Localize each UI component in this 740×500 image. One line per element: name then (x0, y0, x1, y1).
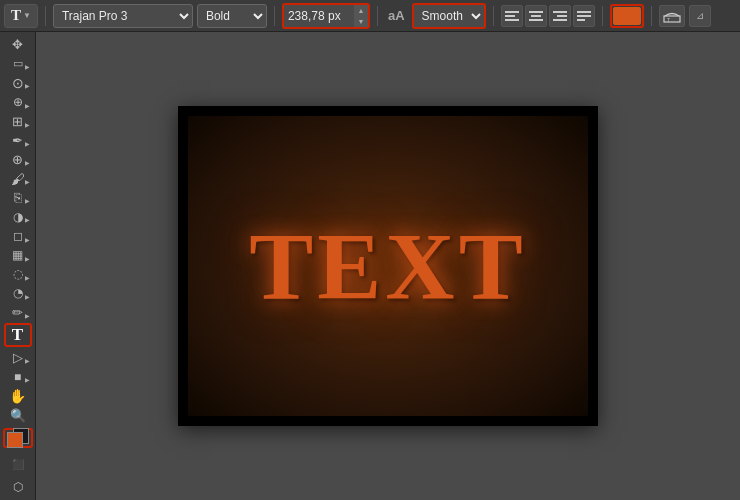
foreground-background-colors[interactable] (3, 428, 33, 448)
tool-eraser[interactable]: ◻ ▶ (4, 227, 32, 244)
canvas[interactable]: TEXT (178, 106, 598, 426)
font-size-arrows[interactable]: ▲ ▼ (354, 5, 368, 27)
svg-rect-2 (505, 19, 519, 21)
pen-arrow: ▶ (25, 312, 30, 319)
sep-6 (651, 6, 652, 26)
zoom-icon: 🔍 (10, 408, 26, 423)
lasso-icon: ⊙ (12, 75, 24, 91)
hand-icon: ✋ (9, 388, 26, 404)
crop-arrow: ▶ (25, 121, 30, 128)
eraser-arrow: ▶ (25, 236, 30, 243)
font-size-up-arrow[interactable]: ▲ (354, 5, 368, 16)
quick-select-icon: ⊕ (13, 95, 23, 109)
align-center-button[interactable] (525, 5, 547, 27)
svg-rect-11 (577, 19, 585, 21)
svg-rect-9 (577, 11, 591, 13)
tool-3d-view[interactable]: ⬛ (4, 456, 32, 473)
align-left-button[interactable] (501, 5, 523, 27)
shape-arrow: ▶ (25, 376, 30, 383)
font-family-select[interactable]: Trajan Pro 3 (53, 4, 193, 28)
svg-rect-0 (505, 11, 519, 13)
3d-icon: ⊿ (696, 10, 704, 21)
align-center-icon (529, 10, 543, 22)
text-color-swatch (613, 7, 641, 25)
align-justify-icon (577, 10, 591, 22)
tool-history-brush[interactable]: ◑ ▶ (4, 208, 32, 225)
blur-arrow: ▶ (25, 274, 30, 281)
tool-heal[interactable]: ⊕ ▶ (4, 151, 32, 168)
history-brush-arrow: ▶ (25, 216, 30, 223)
anti-alias-container: Smooth None Sharp Crisp Strong (412, 3, 486, 29)
tool-quick-select[interactable]: ⊕ ▶ (4, 93, 32, 110)
heal-icon: ⊕ (12, 152, 23, 167)
gradient-arrow: ▶ (25, 255, 30, 262)
pen-icon: ✏ (12, 305, 23, 320)
heal-arrow: ▶ (25, 159, 30, 166)
svg-text:T: T (667, 17, 670, 23)
font-style-select[interactable]: Bold (197, 4, 267, 28)
history-brush-icon: ◑ (13, 210, 23, 224)
type-tool-dropdown[interactable]: T ▼ (4, 4, 38, 28)
left-toolbar: ✥ ▭ ▶ ⊙ ▶ ⊕ ▶ ⊞ ▶ ✒ ▶ ⊕ ▶ 🖌 ▶ (0, 32, 36, 500)
shape-icon: ■ (14, 370, 21, 384)
marquee-icon: ▭ (13, 57, 23, 70)
font-size-down-arrow[interactable]: ▼ (354, 16, 368, 27)
tool-zoom[interactable]: 🔍 (4, 407, 32, 424)
tool-quick-mask[interactable]: ⬡ (4, 479, 32, 496)
gradient-icon: ▦ (12, 248, 23, 262)
sep-2 (274, 6, 275, 26)
clone-arrow: ▶ (25, 197, 30, 204)
anti-alias-select[interactable]: Smooth None Sharp Crisp Strong (414, 5, 484, 27)
tool-type[interactable]: T (4, 323, 32, 347)
marquee-arrow: ▶ (25, 63, 30, 70)
3d-view-icon: ⬛ (12, 459, 24, 470)
eyedropper-arrow: ▶ (25, 140, 30, 147)
dodge-arrow: ▶ (25, 293, 30, 300)
main-area: ✥ ▭ ▶ ⊙ ▶ ⊕ ▶ ⊞ ▶ ✒ ▶ ⊕ ▶ 🖌 ▶ (0, 32, 740, 500)
svg-rect-1 (505, 15, 515, 17)
font-size-container: ▲ ▼ (282, 3, 370, 29)
tool-lasso[interactable]: ⊙ ▶ (4, 74, 32, 91)
svg-rect-7 (557, 15, 567, 17)
tool-crop[interactable]: ⊞ ▶ (4, 113, 32, 130)
sep-1 (45, 6, 46, 26)
sep-4 (493, 6, 494, 26)
canvas-text-content: TEXT (249, 211, 526, 322)
tool-shape[interactable]: ■ ▶ (4, 368, 32, 385)
svg-rect-5 (529, 19, 543, 21)
svg-rect-10 (577, 15, 591, 17)
align-right-icon (553, 10, 567, 22)
align-right-button[interactable] (549, 5, 571, 27)
tool-blur[interactable]: ◌ ▶ (4, 266, 32, 283)
tool-path-select[interactable]: ▷ ▶ (4, 349, 32, 366)
sep-5 (602, 6, 603, 26)
text-color-container[interactable] (610, 4, 644, 28)
tool-pen[interactable]: ✏ ▶ (4, 304, 32, 321)
tool-hand[interactable]: ✋ (4, 387, 32, 404)
warp-text-button[interactable]: T (659, 5, 685, 27)
warp-text-icon: T (663, 9, 681, 23)
svg-rect-3 (529, 11, 543, 13)
tool-move[interactable]: ✥ (4, 36, 32, 53)
quick-mask-icon: ⬡ (13, 480, 23, 494)
blur-icon: ◌ (13, 267, 23, 281)
tool-eyedropper[interactable]: ✒ ▶ (4, 132, 32, 149)
dodge-icon: ◔ (13, 286, 23, 300)
canvas-area: TEXT (36, 32, 740, 500)
tool-clone[interactable]: ⎘ ▶ (4, 189, 32, 206)
eyedropper-icon: ✒ (12, 133, 23, 148)
type-icon: T (12, 325, 23, 345)
3d-options-button[interactable]: ⊿ (689, 5, 711, 27)
font-size-input[interactable] (284, 5, 354, 27)
type-tool-icon: T (11, 7, 21, 24)
brush-icon: 🖌 (11, 171, 25, 187)
align-justify-button[interactable] (573, 5, 595, 27)
sep-3 (377, 6, 378, 26)
tool-marquee[interactable]: ▭ ▶ (4, 55, 32, 72)
tool-gradient[interactable]: ▦ ▶ (4, 247, 32, 264)
brush-arrow: ▶ (25, 178, 30, 185)
move-icon: ✥ (12, 37, 23, 52)
svg-rect-8 (553, 19, 567, 21)
tool-brush[interactable]: 🖌 ▶ (4, 170, 32, 187)
tool-dodge[interactable]: ◔ ▶ (4, 285, 32, 302)
